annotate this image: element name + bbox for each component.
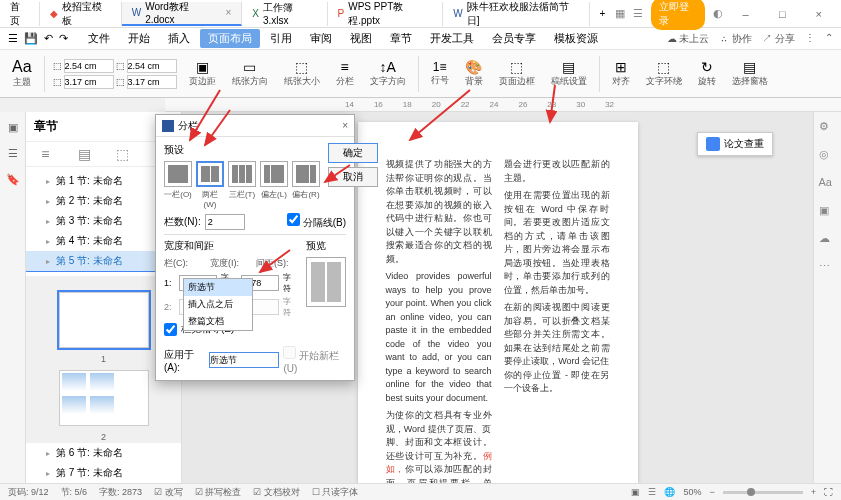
tab-ppt[interactable]: PWPS PPT教程.pptx: [328, 2, 444, 26]
preset-right[interactable]: [292, 161, 320, 187]
rt-backup-icon[interactable]: ☁: [819, 232, 837, 250]
rt-help-icon[interactable]: ◎: [819, 148, 837, 166]
menu-file[interactable]: 文件: [80, 29, 118, 48]
cloud-status[interactable]: ☁ 未上云: [667, 32, 710, 46]
nav-tab-outline[interactable]: ≡: [26, 142, 65, 166]
cols-count-input[interactable]: [205, 214, 245, 230]
minimize-button[interactable]: –: [731, 8, 760, 20]
menu-devtools[interactable]: 开发工具: [422, 29, 482, 48]
ribbon-margins-btn[interactable]: ▣页边距: [185, 57, 220, 90]
ribbon-theme[interactable]: Aa主题: [8, 56, 36, 91]
rt-style-icon[interactable]: Aa: [819, 176, 837, 194]
share-button[interactable]: ↗ 分享: [762, 32, 795, 46]
tab-doc2[interactable]: W[殊牛狂欢校服法循简节日]: [443, 2, 589, 26]
menu-insert[interactable]: 插入: [160, 29, 198, 48]
view-web-icon[interactable]: 🌐: [664, 487, 675, 497]
preset-three-col[interactable]: [228, 161, 256, 187]
menu-member[interactable]: 会员专享: [484, 29, 544, 48]
zoom-in-icon[interactable]: +: [811, 487, 816, 497]
ribbon-wrap[interactable]: ⬚文字环绕: [642, 57, 686, 90]
menu-references[interactable]: 引用: [262, 29, 300, 48]
menu-section[interactable]: 章节: [382, 29, 420, 48]
status-proofread[interactable]: ☑ 文档校对: [253, 486, 300, 499]
redo-icon[interactable]: ↷: [59, 32, 68, 45]
status-section[interactable]: 节: 5/6: [61, 486, 88, 499]
nav-item-section7[interactable]: 第 7 节: 未命名: [26, 463, 181, 484]
ribbon-linenumber[interactable]: 1≡行号: [427, 58, 453, 89]
view-print-icon[interactable]: ▣: [631, 487, 640, 497]
tab-add[interactable]: +: [590, 2, 616, 26]
menu-review[interactable]: 审阅: [302, 29, 340, 48]
sidebar-outline-icon[interactable]: ☰: [4, 144, 22, 162]
apply-option-after[interactable]: 插入点之后: [184, 296, 252, 313]
menu-more-icon[interactable]: ⋮: [805, 32, 815, 46]
margin-right-input[interactable]: [127, 75, 177, 89]
apply-option-section[interactable]: 所选节: [184, 279, 252, 296]
close-button[interactable]: ×: [804, 8, 833, 20]
rt-settings-icon[interactable]: ⚙: [819, 120, 837, 138]
view-outline-icon[interactable]: ☰: [648, 487, 656, 497]
nav-tab-bookmark[interactable]: ⬚: [104, 142, 143, 166]
preset-left[interactable]: [260, 161, 288, 187]
dialog-close-icon[interactable]: ×: [342, 120, 348, 131]
status-spellcheck[interactable]: ☑ 拼写检查: [195, 486, 242, 499]
tab-xlsx[interactable]: X工作簿3.xlsx: [242, 2, 327, 26]
sidebar-bookmark-icon[interactable]: 🔖: [4, 170, 22, 188]
margin-top-input[interactable]: [64, 59, 114, 73]
thumb-page-1[interactable]: [59, 292, 149, 348]
apply-option-whole[interactable]: 整篇文档: [184, 313, 252, 330]
status-wordcount[interactable]: 字数: 2873: [99, 486, 142, 499]
separator-checkbox[interactable]: [287, 213, 300, 226]
tab-word-doc[interactable]: WWord教程2.docx×: [122, 2, 243, 26]
sidebar-nav-icon[interactable]: ▣: [4, 118, 22, 136]
ribbon-paper[interactable]: ▤稿纸设置: [547, 57, 591, 90]
ribbon-rotate[interactable]: ↻旋转: [694, 57, 720, 90]
tab-template[interactable]: ◆校招宝模板: [40, 2, 121, 26]
margin-left-input[interactable]: [64, 75, 114, 89]
maximize-button[interactable]: □: [768, 8, 797, 20]
ribbon-background[interactable]: 🎨背景: [461, 57, 487, 90]
nav-item-section6[interactable]: 第 6 节: 未命名: [26, 443, 181, 463]
menu-file-icon[interactable]: ☰: [8, 32, 18, 45]
nav-tab-section[interactable]: ▤: [65, 142, 104, 166]
ribbon-selectpane[interactable]: ▤选择窗格: [728, 57, 772, 90]
zoom-slider[interactable]: [723, 491, 803, 494]
undo-icon[interactable]: ↶: [44, 32, 53, 45]
menu-pagelayout[interactable]: 页面布局: [200, 29, 260, 48]
paper-check-callout[interactable]: 论文查重: [697, 132, 773, 156]
rt-more-icon[interactable]: ⋯: [819, 260, 837, 278]
status-readonly[interactable]: ☐ 只读字体: [312, 486, 359, 499]
ribbon-textdir[interactable]: ↕A文字方向: [366, 57, 410, 90]
zoom-out-icon[interactable]: −: [709, 487, 714, 497]
close-icon[interactable]: ×: [225, 7, 231, 18]
grid-icon[interactable]: ▦: [615, 7, 625, 20]
status-revise[interactable]: ☑ 改写: [154, 486, 183, 499]
margin-bottom-input[interactable]: [127, 59, 177, 73]
thumb-page-2[interactable]: [59, 370, 149, 426]
save-icon[interactable]: 💾: [24, 32, 38, 45]
ribbon-size[interactable]: ⬚纸张大小: [280, 57, 324, 90]
dialog-titlebar[interactable]: 分栏 ×: [156, 115, 354, 137]
zoom-value[interactable]: 50%: [683, 487, 701, 497]
login-button[interactable]: 立即登录: [651, 0, 705, 30]
status-page[interactable]: 页码: 9/12: [8, 486, 49, 499]
dialog-cancel-button[interactable]: 取消: [328, 167, 378, 187]
menu-home[interactable]: 开始: [120, 29, 158, 48]
ribbon-align[interactable]: ⊞对齐: [608, 57, 634, 90]
ribbon-pageborder[interactable]: ⬚页面边框: [495, 57, 539, 90]
apply-to-select[interactable]: [209, 352, 279, 368]
fullscreen-icon[interactable]: ⛶: [824, 487, 833, 497]
dialog-ok-button[interactable]: 确定: [328, 143, 378, 163]
theme-icon[interactable]: ◐: [713, 7, 723, 20]
ribbon-orientation[interactable]: ▭纸张方向: [228, 57, 272, 90]
tab-home[interactable]: 首页: [0, 2, 40, 26]
collab-button[interactable]: ⛬ 协作: [719, 32, 752, 46]
list-icon[interactable]: ☰: [633, 7, 643, 20]
preset-one-col[interactable]: [164, 161, 192, 187]
preset-two-col[interactable]: [196, 161, 224, 187]
menu-view[interactable]: 视图: [342, 29, 380, 48]
equal-width-checkbox[interactable]: [164, 323, 177, 336]
menu-templates[interactable]: 模板资源: [546, 29, 606, 48]
ribbon-columns[interactable]: ≡分栏: [332, 57, 358, 90]
rt-select-icon[interactable]: ▣: [819, 204, 837, 222]
